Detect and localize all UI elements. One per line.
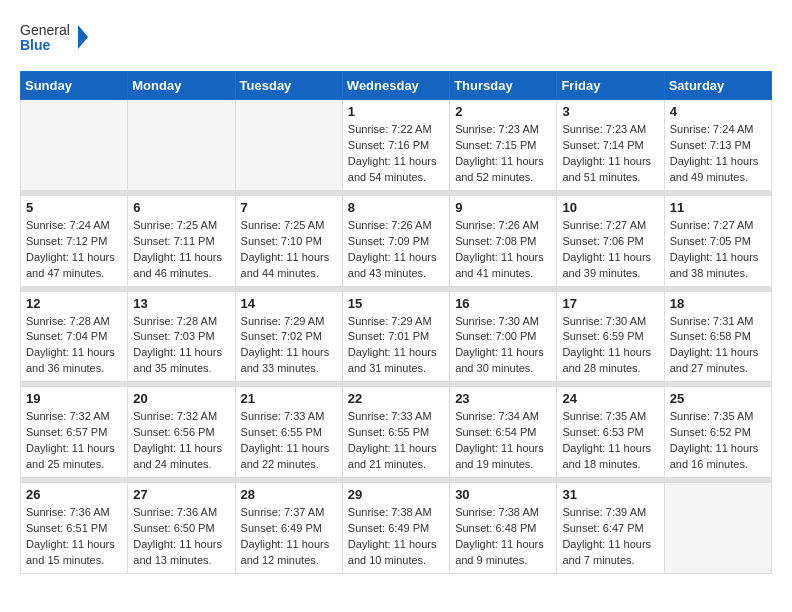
col-header-monday: Monday [128,72,235,100]
calendar-cell: 16Sunrise: 7:30 AMSunset: 7:00 PMDayligh… [450,291,557,382]
day-info: Sunrise: 7:24 AMSunset: 7:13 PMDaylight:… [670,122,766,186]
svg-text:General: General [20,22,70,38]
calendar-cell: 24Sunrise: 7:35 AMSunset: 6:53 PMDayligh… [557,387,664,478]
day-info: Sunrise: 7:25 AMSunset: 7:10 PMDaylight:… [241,218,337,282]
calendar-week-row: 19Sunrise: 7:32 AMSunset: 6:57 PMDayligh… [21,387,772,478]
day-number: 17 [562,296,658,311]
day-info: Sunrise: 7:36 AMSunset: 6:50 PMDaylight:… [133,505,229,569]
day-number: 22 [348,391,444,406]
col-header-wednesday: Wednesday [342,72,449,100]
calendar: SundayMondayTuesdayWednesdayThursdayFrid… [20,71,772,574]
page: GeneralBlue SundayMondayTuesdayWednesday… [0,0,792,584]
header: GeneralBlue [20,20,772,55]
day-info: Sunrise: 7:38 AMSunset: 6:48 PMDaylight:… [455,505,551,569]
svg-marker-2 [78,25,88,49]
day-number: 14 [241,296,337,311]
logo-svg: GeneralBlue [20,20,100,55]
day-number: 5 [26,200,122,215]
day-number: 12 [26,296,122,311]
day-number: 2 [455,104,551,119]
day-number: 8 [348,200,444,215]
calendar-cell: 11Sunrise: 7:27 AMSunset: 7:05 PMDayligh… [664,195,771,286]
calendar-cell: 3Sunrise: 7:23 AMSunset: 7:14 PMDaylight… [557,100,664,191]
day-info: Sunrise: 7:33 AMSunset: 6:55 PMDaylight:… [348,409,444,473]
day-info: Sunrise: 7:39 AMSunset: 6:47 PMDaylight:… [562,505,658,569]
calendar-cell: 30Sunrise: 7:38 AMSunset: 6:48 PMDayligh… [450,483,557,574]
calendar-cell: 5Sunrise: 7:24 AMSunset: 7:12 PMDaylight… [21,195,128,286]
logo: GeneralBlue [20,20,100,55]
calendar-cell: 27Sunrise: 7:36 AMSunset: 6:50 PMDayligh… [128,483,235,574]
day-number: 18 [670,296,766,311]
day-number: 9 [455,200,551,215]
day-info: Sunrise: 7:37 AMSunset: 6:49 PMDaylight:… [241,505,337,569]
day-number: 23 [455,391,551,406]
day-info: Sunrise: 7:22 AMSunset: 7:16 PMDaylight:… [348,122,444,186]
day-number: 15 [348,296,444,311]
day-number: 10 [562,200,658,215]
calendar-cell [235,100,342,191]
calendar-cell: 12Sunrise: 7:28 AMSunset: 7:04 PMDayligh… [21,291,128,382]
col-header-sunday: Sunday [21,72,128,100]
calendar-cell: 15Sunrise: 7:29 AMSunset: 7:01 PMDayligh… [342,291,449,382]
day-number: 16 [455,296,551,311]
day-info: Sunrise: 7:23 AMSunset: 7:14 PMDaylight:… [562,122,658,186]
calendar-cell: 19Sunrise: 7:32 AMSunset: 6:57 PMDayligh… [21,387,128,478]
calendar-cell: 23Sunrise: 7:34 AMSunset: 6:54 PMDayligh… [450,387,557,478]
calendar-cell: 6Sunrise: 7:25 AMSunset: 7:11 PMDaylight… [128,195,235,286]
day-number: 31 [562,487,658,502]
calendar-header-row: SundayMondayTuesdayWednesdayThursdayFrid… [21,72,772,100]
calendar-cell: 10Sunrise: 7:27 AMSunset: 7:06 PMDayligh… [557,195,664,286]
day-number: 24 [562,391,658,406]
day-number: 20 [133,391,229,406]
day-info: Sunrise: 7:26 AMSunset: 7:09 PMDaylight:… [348,218,444,282]
calendar-cell: 21Sunrise: 7:33 AMSunset: 6:55 PMDayligh… [235,387,342,478]
day-number: 27 [133,487,229,502]
day-info: Sunrise: 7:32 AMSunset: 6:56 PMDaylight:… [133,409,229,473]
day-number: 1 [348,104,444,119]
day-info: Sunrise: 7:35 AMSunset: 6:52 PMDaylight:… [670,409,766,473]
day-info: Sunrise: 7:31 AMSunset: 6:58 PMDaylight:… [670,314,766,378]
calendar-cell: 8Sunrise: 7:26 AMSunset: 7:09 PMDaylight… [342,195,449,286]
day-info: Sunrise: 7:27 AMSunset: 7:05 PMDaylight:… [670,218,766,282]
calendar-cell [664,483,771,574]
day-info: Sunrise: 7:28 AMSunset: 7:04 PMDaylight:… [26,314,122,378]
day-info: Sunrise: 7:30 AMSunset: 6:59 PMDaylight:… [562,314,658,378]
day-info: Sunrise: 7:26 AMSunset: 7:08 PMDaylight:… [455,218,551,282]
day-info: Sunrise: 7:38 AMSunset: 6:49 PMDaylight:… [348,505,444,569]
calendar-cell: 2Sunrise: 7:23 AMSunset: 7:15 PMDaylight… [450,100,557,191]
day-number: 26 [26,487,122,502]
day-number: 30 [455,487,551,502]
day-number: 29 [348,487,444,502]
col-header-thursday: Thursday [450,72,557,100]
calendar-cell: 7Sunrise: 7:25 AMSunset: 7:10 PMDaylight… [235,195,342,286]
calendar-cell: 25Sunrise: 7:35 AMSunset: 6:52 PMDayligh… [664,387,771,478]
calendar-week-row: 1Sunrise: 7:22 AMSunset: 7:16 PMDaylight… [21,100,772,191]
calendar-cell: 29Sunrise: 7:38 AMSunset: 6:49 PMDayligh… [342,483,449,574]
day-number: 6 [133,200,229,215]
calendar-week-row: 26Sunrise: 7:36 AMSunset: 6:51 PMDayligh… [21,483,772,574]
day-info: Sunrise: 7:33 AMSunset: 6:55 PMDaylight:… [241,409,337,473]
calendar-cell: 31Sunrise: 7:39 AMSunset: 6:47 PMDayligh… [557,483,664,574]
day-info: Sunrise: 7:29 AMSunset: 7:02 PMDaylight:… [241,314,337,378]
day-number: 25 [670,391,766,406]
day-info: Sunrise: 7:35 AMSunset: 6:53 PMDaylight:… [562,409,658,473]
day-info: Sunrise: 7:36 AMSunset: 6:51 PMDaylight:… [26,505,122,569]
day-info: Sunrise: 7:28 AMSunset: 7:03 PMDaylight:… [133,314,229,378]
col-header-tuesday: Tuesday [235,72,342,100]
day-number: 13 [133,296,229,311]
svg-text:Blue: Blue [20,37,51,53]
calendar-cell: 1Sunrise: 7:22 AMSunset: 7:16 PMDaylight… [342,100,449,191]
day-number: 11 [670,200,766,215]
day-number: 7 [241,200,337,215]
day-info: Sunrise: 7:25 AMSunset: 7:11 PMDaylight:… [133,218,229,282]
calendar-cell: 4Sunrise: 7:24 AMSunset: 7:13 PMDaylight… [664,100,771,191]
calendar-cell: 22Sunrise: 7:33 AMSunset: 6:55 PMDayligh… [342,387,449,478]
calendar-week-row: 12Sunrise: 7:28 AMSunset: 7:04 PMDayligh… [21,291,772,382]
calendar-week-row: 5Sunrise: 7:24 AMSunset: 7:12 PMDaylight… [21,195,772,286]
calendar-cell [128,100,235,191]
day-number: 21 [241,391,337,406]
day-number: 3 [562,104,658,119]
calendar-cell: 13Sunrise: 7:28 AMSunset: 7:03 PMDayligh… [128,291,235,382]
calendar-cell: 9Sunrise: 7:26 AMSunset: 7:08 PMDaylight… [450,195,557,286]
day-number: 28 [241,487,337,502]
